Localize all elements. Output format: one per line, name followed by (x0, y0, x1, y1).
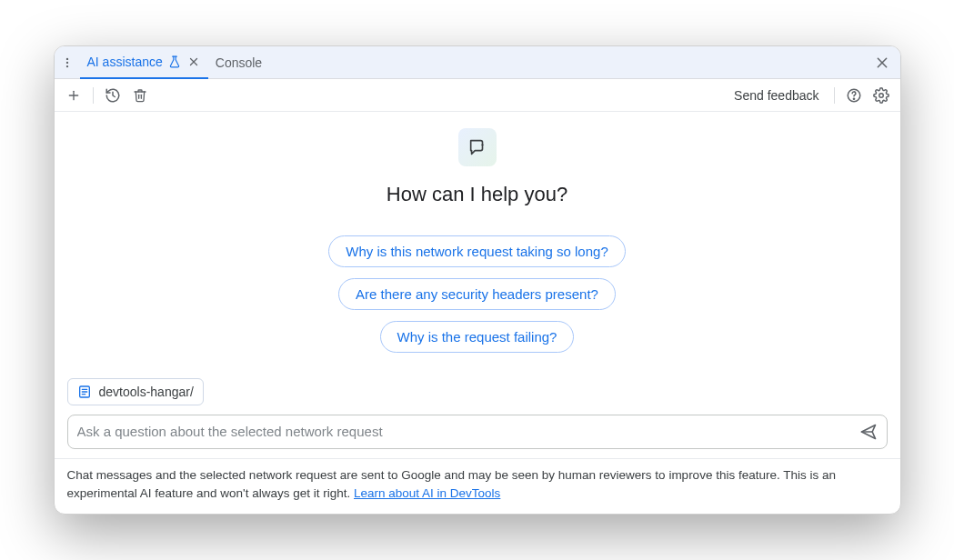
send-feedback-button[interactable]: Send feedback (728, 88, 824, 103)
settings-icon[interactable] (871, 85, 891, 105)
kebab-menu-icon[interactable] (55, 56, 80, 69)
suggestion-chip[interactable]: Are there any security headers present? (338, 278, 616, 310)
tab-label: Console (216, 55, 262, 70)
close-panel-icon[interactable] (864, 55, 900, 70)
toolbar: Send feedback (55, 79, 900, 112)
divider (834, 87, 835, 104)
tab-ai-assistance[interactable]: AI assistance (80, 47, 208, 79)
divider (93, 87, 94, 104)
help-icon[interactable] (844, 85, 864, 105)
svg-point-10 (853, 98, 854, 99)
context-chip[interactable]: devtools-hangar/ (67, 378, 204, 405)
svg-point-11 (879, 93, 883, 97)
tab-label: AI assistance (87, 55, 163, 69)
footer-disclaimer: Chat messages and the selected network r… (55, 458, 900, 515)
svg-point-2 (65, 65, 67, 66)
context-label: devtools-hangar/ (99, 385, 194, 399)
new-chat-icon[interactable] (64, 85, 84, 105)
question-input[interactable] (77, 424, 852, 439)
tab-bar: AI assistance Console (55, 46, 900, 79)
hero-title: How can I help you? (387, 183, 567, 206)
suggestion-chip[interactable]: Why is this network request taking so lo… (328, 235, 625, 267)
bottom-section: devtools-hangar/ (55, 378, 900, 458)
tab-console[interactable]: Console (208, 46, 269, 78)
ai-hero-icon (458, 128, 497, 166)
history-icon[interactable] (103, 85, 123, 105)
delete-icon[interactable] (130, 85, 150, 105)
main-area: How can I help you? Why is this network … (55, 112, 900, 458)
svg-point-0 (65, 57, 67, 59)
svg-point-1 (65, 61, 67, 63)
send-icon[interactable] (859, 423, 878, 441)
footer-link[interactable]: Learn about AI in DevTools (354, 486, 500, 500)
input-row (67, 415, 888, 449)
flask-icon (168, 55, 181, 68)
devtools-panel: AI assistance Console Send feedback (54, 45, 901, 515)
close-tab-icon[interactable] (186, 55, 201, 70)
suggestion-chip[interactable]: Why is the request failing? (380, 321, 575, 353)
suggestion-list: Why is this network request taking so lo… (328, 235, 625, 353)
